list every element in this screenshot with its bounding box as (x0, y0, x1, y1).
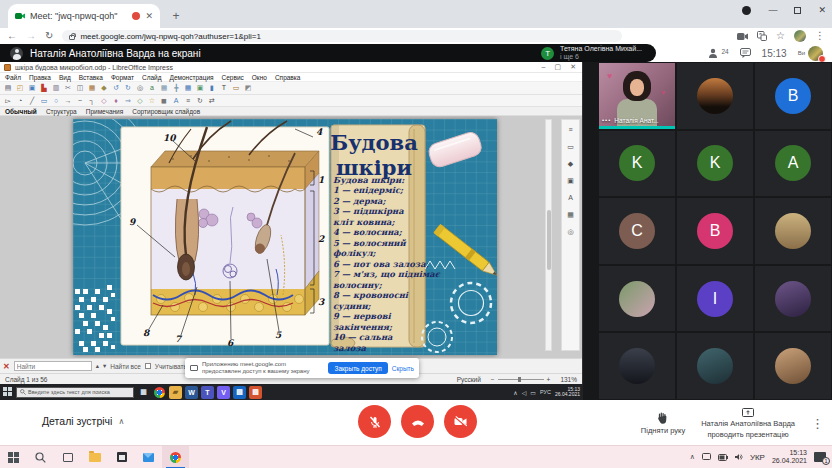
volume-icon[interactable] (735, 453, 743, 461)
impress-close-icon[interactable]: ✕ (570, 63, 576, 71)
profile-avatar[interactable] (794, 30, 806, 42)
menu-Справка[interactable]: Справка (275, 74, 301, 81)
more-options-icon[interactable]: ⋮ (811, 416, 824, 431)
participant-tile[interactable] (676, 332, 754, 400)
participant-tile[interactable]: B (754, 62, 832, 130)
zoom-icon[interactable]: ◔ (15, 96, 25, 106)
zoom-out-icon[interactable]: − (491, 376, 495, 383)
export-pdf-icon[interactable]: ▙ (39, 83, 49, 93)
microsoft-store-button[interactable] (108, 446, 135, 468)
slide-layout-icon[interactable]: ▭ (231, 83, 241, 93)
connector-icon[interactable]: ┐ (87, 96, 97, 106)
tray-network-icon[interactable]: ▭ (530, 389, 536, 396)
new-tab-button[interactable]: + (168, 8, 184, 24)
lock-icon[interactable] (69, 35, 75, 40)
hide-share-bar-button[interactable]: Скрыть (392, 365, 414, 372)
find-icon[interactable]: ◎ (135, 83, 145, 93)
chat-icon[interactable] (740, 48, 751, 58)
participant-tile[interactable]: K (598, 130, 676, 198)
fontwork-icon[interactable]: A (171, 96, 181, 106)
tray-chevron-icon[interactable]: ∧ (513, 389, 517, 396)
viber-icon[interactable]: V (217, 386, 230, 399)
view-tab-2[interactable]: Структура (46, 108, 77, 115)
self-view[interactable]: Ви (798, 46, 823, 61)
block-arrows-icon[interactable]: ⇒ (123, 96, 133, 106)
notification-center-icon[interactable]: 1 (814, 452, 826, 462)
zoom-in-icon[interactable]: + (547, 376, 551, 383)
zoom-level[interactable]: 131% (560, 376, 577, 383)
shared-tray-language[interactable]: РУС (540, 389, 551, 395)
participant-tile[interactable] (754, 197, 832, 265)
participant-tile[interactable] (754, 332, 832, 400)
maximize-button[interactable] (794, 7, 801, 14)
minimize-button[interactable]: — (768, 5, 777, 15)
menu-Демонстрация[interactable]: Демонстрация (170, 74, 214, 81)
hang-up-button[interactable] (401, 405, 434, 438)
zoom-widget[interactable]: − + (491, 376, 551, 383)
impress-titlebar[interactable]: шкіра будова микробіол.odp - LibreOffice… (0, 62, 582, 73)
battery-icon[interactable] (718, 454, 728, 461)
styles-icon[interactable]: A (565, 193, 576, 204)
reload-icon[interactable]: ↻ (45, 31, 53, 41)
basic-shapes-icon[interactable]: ◇ (99, 96, 109, 106)
participant-tile[interactable]: C (598, 197, 676, 265)
slide[interactable]: 10 4 1 2 3 9 8 7 6 5 (73, 119, 497, 355)
animation-icon[interactable]: ◆ (565, 159, 576, 170)
table-icon[interactable]: ▦ (183, 83, 193, 93)
participant-tile[interactable] (598, 265, 676, 333)
arrow-icon[interactable]: → (63, 96, 73, 106)
rectangle-icon[interactable]: ▭ (39, 96, 49, 106)
participant-tile[interactable]: B (676, 197, 754, 265)
mic-off-button[interactable] (358, 405, 391, 438)
symbols-icon[interactable]: ♦ (111, 96, 121, 106)
save-icon[interactable]: ▣ (27, 83, 37, 93)
tab-close-icon[interactable]: ✕ (145, 11, 153, 21)
document-language[interactable]: Русский (457, 376, 481, 383)
impress-maximize-icon[interactable]: ▢ (555, 63, 562, 71)
curve-icon[interactable]: ~ (75, 96, 85, 106)
menu-Слайд[interactable]: Слайд (142, 74, 162, 81)
file-explorer-button[interactable] (81, 446, 108, 468)
clone-icon[interactable]: ◆ (99, 83, 109, 93)
impress-minimize-icon[interactable]: – (542, 63, 546, 71)
menu-Вид[interactable]: Вид (59, 74, 71, 81)
cut-icon[interactable]: ✂ (63, 83, 73, 93)
stars-icon[interactable]: ☆ (147, 96, 157, 106)
slide-transition-icon[interactable]: ▭ (565, 142, 576, 153)
tray-chevron-icon[interactable]: ∧ (690, 453, 695, 461)
participant-tile[interactable]: A (754, 130, 832, 198)
impress-icon[interactable]: ▤ (249, 386, 262, 399)
file-explorer-icon[interactable]: ▰ (169, 386, 182, 399)
tray-display-icon[interactable] (702, 453, 711, 461)
task-view-icon[interactable]: ▦ (137, 386, 150, 399)
find-prev-icon[interactable]: ▴ (96, 362, 99, 370)
participant-tile[interactable]: ♥♥•••Наталія Анат... (598, 62, 676, 130)
menu-Правка[interactable]: Правка (29, 74, 51, 81)
close-button[interactable]: ✕ (818, 5, 826, 15)
participant-tile[interactable] (754, 265, 832, 333)
word-icon[interactable]: W (185, 386, 198, 399)
tile-menu-icon[interactable]: ••• (602, 117, 611, 123)
find-all-button[interactable]: Найти все (110, 363, 141, 370)
address-bar[interactable]: meet.google.com/jwq-npwq-qoh?authuser=1&… (62, 30, 622, 42)
spelling-icon[interactable]: a (147, 83, 157, 93)
properties-icon[interactable]: ≡ (565, 125, 576, 136)
chart-icon[interactable]: ▮ (207, 83, 217, 93)
participant-tile[interactable]: I (676, 265, 754, 333)
translate-icon[interactable] (757, 31, 767, 41)
view-tab-1[interactable]: Обычный (5, 108, 37, 115)
camera-off-button[interactable] (444, 405, 477, 438)
meeting-details-button[interactable]: Деталі зустрічі ∧ (42, 415, 124, 427)
stop-sharing-button[interactable]: Закрыть доступ (328, 362, 387, 374)
participant-tile[interactable]: K (676, 130, 754, 198)
textbox-icon[interactable]: T (219, 83, 229, 93)
select-icon[interactable]: ▻ (3, 96, 13, 106)
flowchart-icon[interactable]: ◇ (135, 96, 145, 106)
shared-start-icon[interactable] (3, 387, 13, 397)
menu-Окно[interactable]: Окно (252, 74, 267, 81)
mail-button[interactable] (135, 446, 162, 468)
taskbar-search-button[interactable] (27, 446, 54, 468)
align-icon[interactable]: ≡ (183, 96, 193, 106)
navigator-icon[interactable]: ◎ (565, 227, 576, 238)
vertical-scrollbar[interactable] (545, 119, 552, 351)
